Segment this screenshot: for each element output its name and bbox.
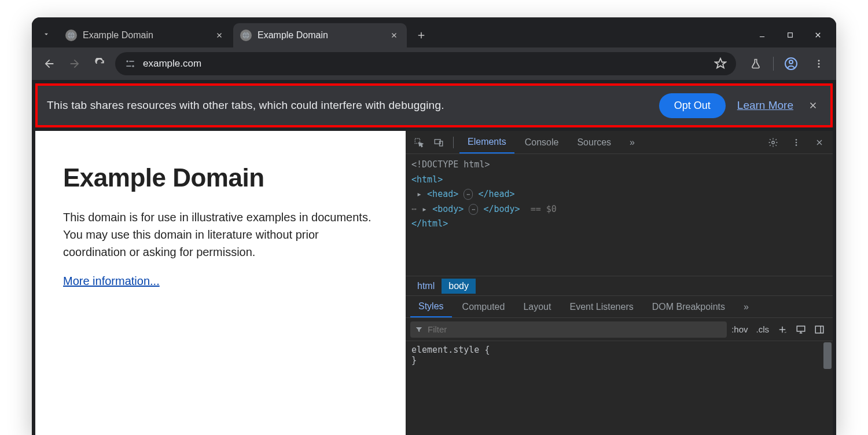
tab-title: Example Domain bbox=[258, 30, 382, 41]
dom-body-open: <body> bbox=[432, 204, 464, 214]
experiments-button[interactable] bbox=[745, 53, 766, 74]
globe-icon bbox=[240, 30, 252, 41]
tab-elements[interactable]: Elements bbox=[459, 131, 514, 153]
dom-head-open: <head> bbox=[427, 189, 458, 199]
svg-rect-2 bbox=[788, 32, 792, 37]
flask-icon bbox=[750, 58, 762, 70]
breadcrumb-body[interactable]: body bbox=[442, 279, 476, 294]
learn-more-link[interactable]: Learn More bbox=[737, 99, 793, 112]
device-toolbar-button[interactable] bbox=[430, 134, 447, 151]
chevron-down-icon bbox=[42, 30, 50, 38]
svg-rect-19 bbox=[797, 326, 805, 331]
dom-html-open: <html> bbox=[411, 174, 443, 185]
window-controls bbox=[755, 28, 836, 47]
opt-out-button[interactable]: Opt Out bbox=[659, 93, 726, 118]
url-text: example.com bbox=[143, 58, 707, 70]
close-icon bbox=[390, 31, 398, 39]
tab-close-button[interactable] bbox=[214, 30, 225, 41]
tab-dom-breakpoints[interactable]: DOM Breakpoints bbox=[644, 296, 733, 317]
bookmark-button[interactable] bbox=[714, 57, 727, 70]
minimize-button[interactable] bbox=[755, 28, 769, 42]
close-icon bbox=[215, 31, 223, 39]
tab-sources[interactable]: Sources bbox=[569, 131, 619, 153]
style-rule-close: } bbox=[411, 355, 827, 365]
expand-icon[interactable]: ▸ bbox=[422, 204, 427, 214]
selected-marker: == $0 bbox=[531, 204, 557, 214]
dom-breadcrumb: html body bbox=[406, 276, 833, 295]
arrow-left-icon bbox=[43, 57, 56, 70]
ellipsis-icon[interactable]: ⋯ bbox=[464, 189, 473, 200]
close-window-button[interactable] bbox=[811, 28, 825, 42]
hov-toggle[interactable]: :hov bbox=[731, 324, 748, 334]
infobar-close-button[interactable] bbox=[805, 97, 821, 114]
profile-button[interactable] bbox=[781, 53, 801, 74]
panel-icon bbox=[814, 324, 825, 335]
svg-point-9 bbox=[818, 60, 820, 61]
devtools-panel: Elements Console Sources » <!D bbox=[406, 131, 833, 435]
maximize-button[interactable] bbox=[783, 28, 797, 42]
devtools-menu-button[interactable] bbox=[788, 134, 805, 151]
svg-point-18 bbox=[796, 144, 797, 146]
infobar-message: This tab shares resources with other tab… bbox=[47, 99, 648, 112]
arrow-right-icon bbox=[68, 57, 81, 70]
ellipsis-icon[interactable]: ⋯ bbox=[469, 204, 478, 215]
breadcrumb-html[interactable]: html bbox=[410, 279, 442, 294]
plus-icon bbox=[777, 324, 788, 335]
expand-icon[interactable]: ▸ bbox=[417, 189, 422, 199]
tab-active[interactable]: Example Domain bbox=[233, 23, 407, 47]
svg-rect-4 bbox=[129, 61, 134, 62]
devtools-close-button[interactable] bbox=[811, 134, 828, 151]
divider bbox=[773, 57, 774, 71]
tab-strip: Example Domain Example Domain bbox=[32, 17, 836, 47]
close-icon bbox=[815, 138, 824, 147]
back-button[interactable] bbox=[39, 53, 60, 74]
filter-input[interactable] bbox=[428, 324, 722, 334]
more-tabs-button[interactable]: » bbox=[621, 131, 643, 153]
more-styles-tabs[interactable]: » bbox=[735, 296, 757, 317]
gear-icon bbox=[768, 137, 778, 148]
svg-rect-20 bbox=[815, 326, 823, 333]
tab-close-button[interactable] bbox=[388, 30, 400, 41]
inspect-element-button[interactable] bbox=[410, 134, 428, 151]
devtools-tabstrip: Elements Console Sources » bbox=[406, 131, 833, 154]
content-row: Example Domain This domain is for use in… bbox=[32, 127, 836, 435]
styles-body[interactable]: element.style { } bbox=[406, 341, 833, 435]
page-content: Example Domain This domain is for use in… bbox=[35, 131, 406, 435]
plus-icon bbox=[416, 30, 426, 41]
maximize-icon bbox=[786, 31, 794, 39]
filter-box[interactable] bbox=[410, 321, 727, 338]
toolbar-right bbox=[741, 53, 829, 74]
menu-button[interactable] bbox=[808, 53, 829, 74]
tab-event-listeners[interactable]: Event Listeners bbox=[561, 296, 641, 317]
site-settings-icon[interactable] bbox=[124, 58, 136, 70]
address-bar[interactable]: example.com bbox=[115, 52, 736, 75]
more-info-link[interactable]: More information... bbox=[63, 275, 160, 287]
computed-sidebar-button[interactable] bbox=[796, 324, 806, 335]
filter-tools: :hov .cls bbox=[731, 324, 828, 335]
svg-point-8 bbox=[789, 60, 793, 64]
dom-tree[interactable]: <!DOCTYPE html> <html> ▸ <head> ⋯ </head… bbox=[406, 154, 833, 276]
inspect-icon bbox=[414, 137, 424, 148]
page-paragraph: This domain is for use in illustrative e… bbox=[63, 209, 378, 261]
tab-computed[interactable]: Computed bbox=[454, 296, 513, 317]
page-heading: Example Domain bbox=[63, 163, 378, 192]
cls-toggle[interactable]: .cls bbox=[756, 324, 770, 334]
tab-console[interactable]: Console bbox=[517, 131, 567, 153]
tab-inactive[interactable]: Example Domain bbox=[58, 23, 232, 47]
globe-icon bbox=[65, 30, 77, 41]
tabs-dropdown-button[interactable] bbox=[36, 24, 56, 44]
tab-styles[interactable]: Styles bbox=[410, 296, 452, 317]
toggle-sidebar-button[interactable] bbox=[814, 324, 825, 335]
devtools-settings-button[interactable] bbox=[764, 134, 782, 151]
style-rule-open: element.style { bbox=[411, 345, 827, 355]
scrollbar-thumb[interactable] bbox=[823, 342, 832, 369]
dom-head-close: </head> bbox=[478, 189, 514, 199]
forward-button[interactable] bbox=[64, 53, 85, 74]
tab-layout[interactable]: Layout bbox=[515, 296, 559, 317]
svg-point-16 bbox=[796, 139, 797, 141]
reload-button[interactable] bbox=[90, 53, 111, 74]
styles-tabstrip: Styles Computed Layout Event Listeners D… bbox=[406, 295, 833, 317]
new-tab-button[interactable] bbox=[411, 25, 431, 45]
new-style-rule-button[interactable] bbox=[777, 324, 788, 335]
svg-point-3 bbox=[126, 60, 128, 62]
